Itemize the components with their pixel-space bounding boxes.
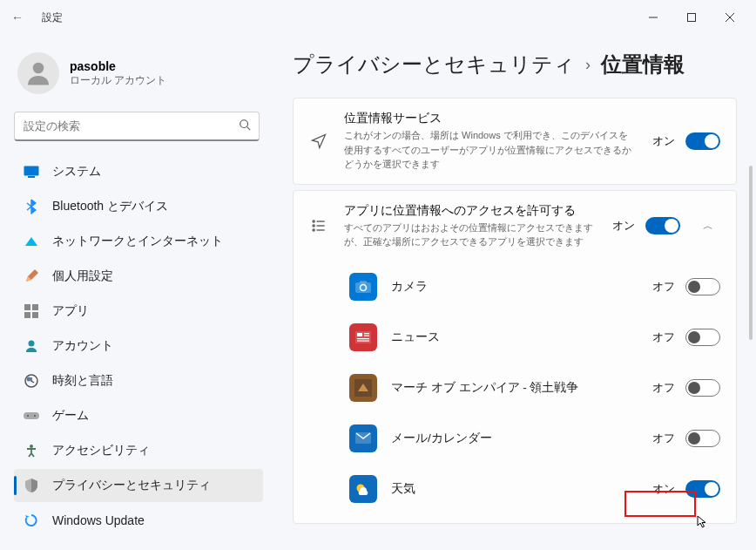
mail-app-icon	[349, 424, 377, 452]
svg-rect-7	[24, 166, 39, 176]
breadcrumb: プライバシーとセキュリティ › 位置情報	[293, 51, 737, 78]
svg-rect-30	[357, 333, 362, 336]
search-icon	[239, 119, 251, 134]
svg-rect-10	[32, 304, 38, 310]
sidebar-item-label: Bluetooth とデバイス	[52, 199, 168, 214]
march-toggle[interactable]	[685, 379, 720, 397]
sidebar-item-accessibility[interactable]: アクセシビリティ	[14, 434, 263, 467]
app-row-mail: メール/カレンダーオフ	[349, 413, 720, 464]
sidebar-item-label: アカウント	[52, 338, 113, 354]
svg-point-20	[313, 221, 314, 222]
app-name-label: 天気	[391, 481, 638, 497]
app-row-march: マーチ オブ エンパイア - 領土戦争オフ	[349, 363, 720, 413]
sidebar-item-gaming[interactable]: ゲーム	[14, 399, 263, 432]
svg-point-17	[27, 415, 29, 417]
search-input[interactable]	[14, 112, 260, 141]
sidebar-item-system[interactable]: システム	[14, 155, 263, 188]
svg-line-6	[247, 127, 251, 131]
sidebar-item-label: ゲーム	[52, 408, 89, 424]
app-access-toggle[interactable]	[645, 217, 680, 234]
camera-app-icon	[349, 273, 377, 301]
location-service-card[interactable]: 位置情報サービス これがオンの場合、場所は Windows で利用でき、このデバ…	[293, 98, 737, 185]
app-name-label: ニュース	[391, 329, 638, 345]
sidebar-item-label: 時刻と言語	[52, 373, 113, 389]
svg-rect-11	[24, 312, 30, 318]
scrollbar-track[interactable]	[749, 166, 753, 541]
scrollbar-thumb[interactable]	[749, 166, 753, 340]
app-row-weather: 天気オン	[349, 464, 720, 514]
accounts-icon	[23, 337, 40, 355]
time-icon	[23, 372, 40, 390]
app-row-news: ニュースオフ	[349, 312, 720, 363]
sidebar-item-time[interactable]: 時刻と言語	[14, 364, 263, 397]
sidebar-item-label: アプリ	[52, 303, 89, 319]
sidebar-item-accounts[interactable]: アカウント	[14, 329, 263, 363]
mail-toggle[interactable]	[685, 430, 720, 447]
back-button[interactable]: ←	[7, 10, 28, 24]
svg-rect-28	[360, 281, 367, 283]
close-button[interactable]	[711, 3, 749, 31]
breadcrumb-parent[interactable]: プライバシーとセキュリティ	[293, 51, 575, 78]
chevron-up-icon[interactable]: ︿	[696, 219, 720, 234]
app-access-state-label: オン	[612, 218, 635, 234]
sidebar-item-bluetooth[interactable]: Bluetooth とデバイス	[14, 190, 263, 223]
network-icon	[23, 233, 40, 250]
sidebar: pasoble ローカル アカウント システムBluetooth とデバイスネッ…	[0, 35, 270, 550]
location-service-state-label: オン	[652, 133, 675, 149]
svg-rect-33	[357, 338, 369, 339]
svg-rect-12	[32, 312, 38, 318]
sidebar-item-label: 個人用設定	[52, 268, 113, 284]
bluetooth-icon	[23, 198, 40, 215]
camera-toggle[interactable]	[685, 278, 720, 295]
app-access-card[interactable]: アプリに位置情報へのアクセスを許可する すべてのアプリはおおよその位置情報にアク…	[293, 190, 737, 524]
privacy-icon	[23, 477, 40, 494]
main-content: プライバシーとセキュリティ › 位置情報 位置情報サービス これがオンの場合、場…	[270, 35, 756, 550]
sidebar-item-personalize[interactable]: 個人用設定	[14, 260, 263, 293]
svg-point-4	[33, 63, 44, 74]
sidebar-item-update[interactable]: Windows Update	[14, 504, 263, 537]
location-service-toggle[interactable]	[685, 132, 720, 150]
app-state-label: オフ	[652, 279, 675, 295]
location-arrow-icon	[309, 132, 328, 150]
app-state-label: オフ	[652, 380, 675, 396]
list-icon	[309, 217, 328, 234]
maximize-button[interactable]	[672, 3, 711, 31]
avatar	[17, 52, 59, 94]
minimize-icon	[649, 13, 658, 22]
weather-toggle[interactable]	[685, 480, 720, 498]
app-state-label: オフ	[652, 329, 675, 345]
app-state-label: オフ	[652, 431, 675, 446]
app-state-label: オン	[652, 481, 675, 497]
svg-point-15	[27, 377, 31, 382]
svg-point-19	[30, 445, 33, 448]
march-app-icon	[349, 374, 377, 402]
app-name-label: カメラ	[391, 279, 638, 295]
personalize-icon	[23, 268, 40, 285]
user-name: pasoble	[70, 59, 166, 73]
svg-rect-9	[24, 304, 30, 310]
svg-rect-16	[24, 412, 39, 419]
sidebar-item-label: プライバシーとセキュリティ	[52, 478, 211, 493]
update-icon	[23, 512, 40, 529]
minimize-button[interactable]	[634, 3, 672, 31]
app-access-subtitle: すべてのアプリはおおよその位置情報にアクセスできますが、正確な場所にアクセスでき…	[344, 221, 597, 249]
gaming-icon	[23, 407, 40, 424]
sidebar-item-apps[interactable]: アプリ	[14, 295, 263, 328]
app-access-title: アプリに位置情報へのアクセスを許可する	[344, 203, 597, 219]
svg-rect-31	[364, 333, 369, 334]
breadcrumb-current: 位置情報	[601, 51, 685, 78]
news-app-icon	[349, 323, 377, 351]
app-name-label: メール/カレンダー	[391, 431, 638, 446]
svg-rect-1	[688, 14, 696, 22]
news-toggle[interactable]	[685, 329, 720, 346]
sidebar-item-network[interactable]: ネットワークとインターネット	[14, 225, 263, 258]
sidebar-item-privacy[interactable]: プライバシーとセキュリティ	[14, 469, 263, 502]
svg-point-13	[29, 341, 35, 347]
weather-app-icon	[349, 475, 377, 503]
sidebar-item-label: Windows Update	[52, 513, 145, 527]
user-profile[interactable]: pasoble ローカル アカウント	[14, 45, 263, 106]
breadcrumb-separator: ›	[585, 56, 591, 74]
svg-rect-32	[364, 335, 369, 336]
app-row-camera: カメラオフ	[349, 261, 720, 312]
user-subtitle: ローカル アカウント	[70, 73, 166, 88]
